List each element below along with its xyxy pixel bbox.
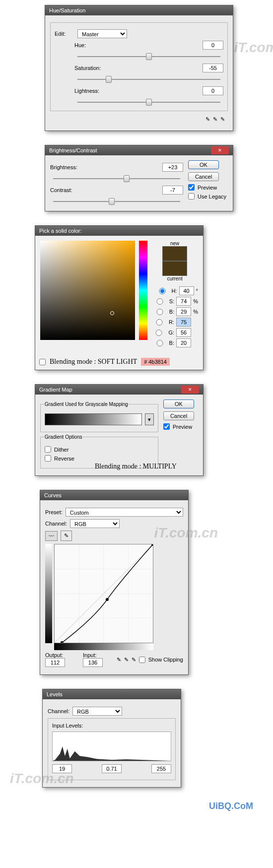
titlebar: Pick a solid color: [35, 226, 203, 236]
sv-picker[interactable] [40, 241, 135, 340]
output-label: Output: [45, 652, 65, 658]
light-label: Lightness: [74, 88, 109, 94]
b-radio[interactable] [152, 309, 167, 315]
eyedropper-icon[interactable]: ✎ [205, 116, 210, 123]
g-input[interactable] [176, 328, 191, 337]
eyedropper-minus-icon[interactable]: ✎ [220, 116, 225, 123]
contrast-input[interactable] [162, 186, 183, 195]
eyedropper-black-icon[interactable]: ✎ [117, 657, 121, 663]
dither-checkbox[interactable]: Dither [45, 446, 154, 453]
bb-radio[interactable] [152, 340, 167, 346]
curves-graph[interactable] [54, 544, 153, 643]
g-radio[interactable] [151, 330, 166, 336]
highlight-input[interactable] [151, 764, 171, 773]
mapping-group: Gradient Used for Grayscale Mapping ▾ [40, 401, 158, 432]
output-input[interactable] [45, 658, 65, 667]
titlebar: Gradient Map✕ [35, 385, 203, 395]
hue-input[interactable] [203, 41, 223, 50]
brightness-slider[interactable] [53, 174, 180, 183]
hue-label: Hue: [74, 42, 109, 48]
h-input[interactable] [179, 286, 194, 295]
watermark-uibq: UiBQ.CoM [209, 801, 253, 811]
title: Pick a solid color: [39, 228, 82, 234]
b-input[interactable] [176, 307, 191, 316]
title: Curves [44, 492, 62, 498]
gradient-dropdown[interactable]: ▾ [145, 413, 154, 425]
edit-label: Edit: [55, 31, 74, 37]
new-color-swatch [162, 246, 187, 261]
current-color-swatch[interactable] [162, 261, 187, 276]
hue-slider[interactable] [77, 52, 220, 61]
show-clipping-checkbox[interactable]: Show Clipping [139, 657, 183, 663]
color-picker-dialog: Pick a solid color: new current H:° S:% … [35, 225, 204, 370]
web-only-checkbox[interactable] [39, 359, 46, 365]
channel-select[interactable]: RGB [72, 707, 122, 716]
cancel-button[interactable]: Cancel [188, 172, 219, 181]
hue-saturation-dialog: Hue/Saturation Edit:Master Hue: Saturati… [45, 5, 233, 131]
preview-checkbox[interactable]: Preview [188, 184, 228, 191]
sat-input[interactable] [203, 64, 223, 72]
titlebar: Levels [43, 689, 181, 699]
curves-dialog: Curves Preset:Custom Channel:RGB 〰✎ Outp… [40, 490, 189, 675]
title: Gradient Map [39, 387, 72, 393]
blend-annotation: Blending mode : SOFT LIGHT [46, 356, 141, 368]
legacy-checkbox[interactable]: Use Legacy [188, 193, 228, 200]
levels-dialog: Levels Channel:RGB Input Levels: [42, 689, 181, 788]
s-input[interactable] [176, 297, 191, 306]
ok-button[interactable]: OK [163, 400, 194, 408]
sat-slider[interactable] [77, 75, 220, 84]
contrast-slider[interactable] [53, 197, 180, 206]
title: Hue/Saturation [49, 7, 85, 13]
hue-strip[interactable] [139, 241, 147, 340]
close-icon[interactable]: ✕ [211, 146, 229, 154]
titlebar: Brightness/Contrast✕ [45, 145, 233, 155]
midtone-input[interactable] [102, 764, 122, 773]
contrast-label: Contrast: [50, 187, 85, 193]
input-levels-label: Input Levels: [52, 723, 171, 729]
title: Levels [47, 691, 63, 697]
preset-select[interactable]: Custom [66, 508, 183, 517]
watermark-it: iT.com.cn [234, 40, 273, 56]
gradient-preview[interactable] [45, 413, 142, 425]
titlebar: Curves [40, 490, 188, 500]
edit-select[interactable]: Master [77, 29, 127, 38]
preview-checkbox[interactable]: Preview [163, 423, 198, 430]
input-gradient [54, 643, 153, 650]
curve-tool-icon[interactable]: 〰 [45, 531, 58, 541]
output-gradient [45, 544, 52, 643]
light-slider[interactable] [77, 98, 220, 107]
eyedropper-white-icon[interactable]: ✎ [132, 657, 136, 663]
shadow-input[interactable] [52, 764, 72, 773]
r-input[interactable] [176, 318, 191, 327]
r-radio[interactable] [152, 319, 167, 326]
sat-label: Saturation: [74, 65, 109, 71]
hex-display: # 4b3814 [141, 358, 170, 366]
new-label: new [170, 241, 179, 246]
s-radio[interactable] [152, 298, 167, 305]
svg-point-7 [106, 598, 109, 601]
close-icon[interactable]: ✕ [181, 386, 199, 394]
pencil-tool-icon[interactable]: ✎ [61, 531, 72, 541]
ok-button[interactable]: OK [188, 160, 219, 169]
options-group: Gradient Options Dither Reverse [40, 434, 158, 468]
eyedropper-gray-icon[interactable]: ✎ [124, 657, 129, 663]
histogram [52, 732, 171, 761]
channel-label: Channel: [48, 708, 69, 714]
reverse-checkbox[interactable]: Reverse [45, 455, 154, 462]
channel-label: Channel: [45, 521, 67, 527]
h-radio[interactable] [155, 288, 170, 294]
channel-select[interactable]: RGB [70, 519, 120, 528]
input-label: Input: [83, 652, 103, 658]
gradient-map-dialog: Gradient Map✕ Gradient Used for Grayscal… [35, 384, 204, 476]
brightness-input[interactable] [162, 163, 183, 172]
bb-input[interactable] [176, 338, 191, 347]
eyedropper-plus-icon[interactable]: ✎ [213, 116, 217, 123]
title: Brightness/Contrast [49, 147, 97, 153]
light-input[interactable] [203, 86, 223, 95]
brightness-contrast-dialog: Brightness/Contrast✕ Brightness: Contras… [45, 145, 233, 211]
cancel-button[interactable]: Cancel [163, 411, 194, 420]
current-label: current [167, 276, 183, 281]
titlebar: Hue/Saturation [45, 5, 233, 15]
brightness-label: Brightness: [50, 164, 85, 170]
input-input[interactable] [83, 658, 103, 667]
